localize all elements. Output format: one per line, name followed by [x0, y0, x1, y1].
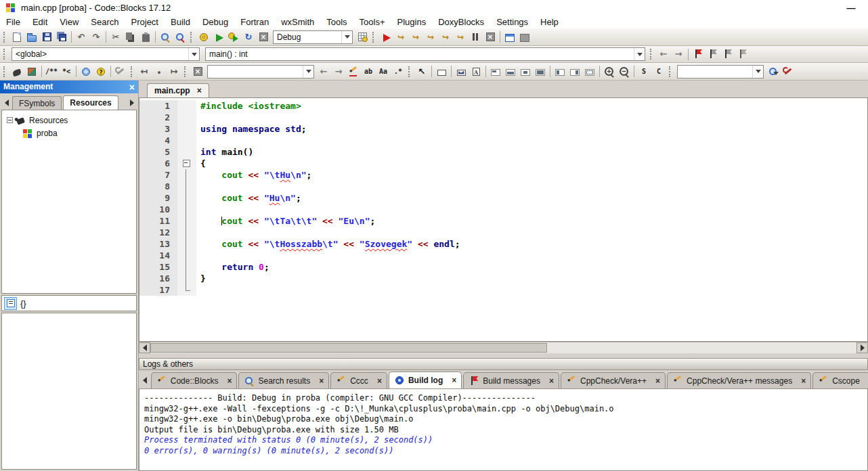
browse-forward-button[interactable] [671, 47, 686, 62]
toolbar-grip[interactable] [184, 66, 188, 77]
close-icon[interactable]: × [319, 376, 324, 386]
jump-position-button[interactable] [152, 64, 167, 79]
wx-insert-dialog-button[interactable] [454, 64, 469, 79]
log-tab-scroll-left-button[interactable] [140, 374, 150, 386]
wx-show-source-button[interactable]: S [636, 64, 651, 79]
toolbar-grip[interactable] [372, 32, 376, 43]
menu-item-tools[interactable]: Tools+ [353, 17, 391, 27]
tree-item-resources[interactable]: Resources [2, 114, 136, 127]
prev-bookmark-button[interactable] [706, 47, 720, 62]
scrollbar-track[interactable] [547, 342, 856, 353]
line-number[interactable]: 7 [139, 169, 177, 181]
menu-item-plugins[interactable]: Plugins [391, 17, 433, 27]
close-icon[interactable]: × [197, 86, 202, 95]
wx-expand-horizontal-button[interactable] [552, 64, 567, 79]
symbols-list-button[interactable] [4, 297, 17, 310]
doxy-line-comment-button[interactable]: *< [59, 64, 74, 79]
doxy-block-comment-button[interactable]: /** [44, 64, 59, 79]
next-instruction-button[interactable] [453, 30, 468, 45]
compiler-options-button[interactable] [355, 30, 370, 45]
code-editor[interactable]: 1#include <iostream>23using namespace st… [139, 97, 868, 342]
code-function-combo[interactable]: main() : int [205, 47, 645, 61]
wx-align-center-button[interactable] [518, 64, 533, 79]
wx-align-fill-button[interactable] [533, 64, 548, 79]
editor-hscrollbar[interactable] [139, 342, 868, 353]
rebuild-button[interactable] [241, 30, 256, 45]
save-file-button[interactable] [39, 30, 54, 45]
wx-expand-both-button[interactable] [582, 64, 597, 79]
menu-item-wxsmith[interactable]: wxSmith [275, 17, 320, 27]
doxy-settings-button[interactable] [113, 64, 128, 79]
wx-expand-vertical-button[interactable] [567, 64, 582, 79]
line-number[interactable]: 1 [139, 100, 177, 112]
new-file-button[interactable] [9, 30, 24, 45]
cut-button[interactable] [108, 30, 123, 45]
wx-align-bottom-button[interactable] [503, 64, 518, 79]
line-number[interactable]: 10 [139, 204, 177, 215]
line-number[interactable]: 2 [139, 112, 177, 123]
wx-quick-search-button[interactable] [766, 64, 781, 79]
toolbar-grip[interactable] [408, 66, 412, 77]
toolbar-grip[interactable] [3, 49, 7, 60]
symbols-tree-pane[interactable] [1, 313, 137, 470]
log-tab-build-log[interactable]: Build log× [389, 372, 462, 388]
selected-scope-only-button[interactable]: ab [361, 64, 376, 79]
chevron-down-icon[interactable] [752, 66, 763, 78]
line-number[interactable]: 17 [139, 284, 177, 296]
chevron-down-icon[interactable] [634, 48, 645, 60]
line-number[interactable]: 9 [139, 192, 177, 204]
close-icon[interactable]: × [129, 83, 135, 92]
close-icon[interactable]: × [655, 376, 660, 386]
build-and-run-button[interactable] [226, 30, 241, 45]
close-icon[interactable]: × [801, 376, 806, 386]
line-number[interactable]: 14 [139, 250, 177, 261]
log-tab-code-blocks[interactable]: Code::Blocks× [151, 372, 238, 388]
line-number[interactable]: 13 [139, 238, 177, 250]
collapse-icon[interactable] [7, 117, 13, 123]
step-into-button[interactable] [423, 30, 438, 45]
doxy-wizard-button[interactable] [24, 64, 39, 79]
build-log-output[interactable]: -------------- Build: Debug in proba (co… [139, 389, 868, 471]
wx-zoom-out-button[interactable] [617, 64, 632, 79]
toolbar-grip[interactable] [131, 66, 134, 77]
tab-fsymbols[interactable]: FSymbols [12, 96, 62, 110]
menu-item-debug[interactable]: Debug [196, 17, 234, 27]
line-number[interactable]: 6 [139, 158, 177, 169]
menu-item-fortran[interactable]: Fortran [234, 17, 275, 27]
undo-button[interactable] [74, 30, 89, 45]
log-tab-cppcheck-vera[interactable]: CppCheck/Vera++× [561, 372, 666, 388]
incsearch-clear-button[interactable] [190, 64, 205, 79]
line-number[interactable]: 12 [139, 227, 177, 238]
menu-item-edit[interactable]: Edit [26, 17, 53, 27]
toolbar-grip[interactable] [669, 66, 672, 77]
toggle-bookmark-button[interactable] [691, 47, 706, 62]
menu-item-view[interactable]: View [53, 17, 85, 27]
line-number[interactable]: 3 [139, 123, 177, 135]
incsearch-prev-button[interactable] [316, 64, 331, 79]
wx-show-xrc-button[interactable]: C [651, 64, 666, 79]
wx-insert-widget-button[interactable] [434, 64, 449, 79]
line-number[interactable]: 8 [139, 181, 177, 192]
match-case-button[interactable]: Aa [376, 64, 391, 79]
use-regex-button[interactable]: .* [391, 64, 406, 79]
run-button[interactable] [211, 30, 226, 45]
menu-item-settings[interactable]: Settings [490, 17, 534, 27]
chevron-down-icon[interactable] [303, 66, 313, 78]
line-number[interactable]: 15 [139, 261, 177, 273]
wx-insert-panel-button[interactable] [469, 64, 483, 79]
stop-debugger-button[interactable] [483, 30, 498, 45]
toolbar-grip[interactable] [650, 49, 653, 60]
menu-item-doxyblocks[interactable]: DoxyBlocks [432, 17, 490, 27]
line-number[interactable]: 11 [139, 215, 177, 227]
menu-item-search[interactable]: Search [85, 17, 125, 27]
tab-resources[interactable]: Resources [63, 95, 118, 110]
panel-splitter[interactable] [139, 353, 868, 358]
toolbar-grip[interactable] [3, 66, 7, 77]
wx-resource-combo[interactable] [677, 65, 764, 78]
copy-button[interactable] [123, 30, 138, 45]
next-bookmark-button[interactable] [720, 47, 735, 62]
resources-tree[interactable]: Resourcesproba [1, 110, 137, 294]
build-button[interactable] [196, 30, 211, 45]
log-tab-build-messages[interactable]: Build messages× [463, 372, 559, 388]
doxy-extract-docs-button[interactable] [9, 64, 24, 79]
